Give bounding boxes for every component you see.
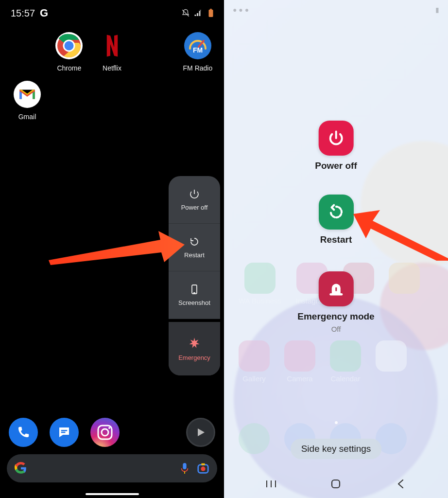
power-icon: [327, 129, 345, 147]
emergency-sub: Off: [331, 325, 341, 333]
app-label: Netflix: [103, 64, 121, 72]
app-label: Gmail: [18, 113, 36, 121]
svg-point-17: [108, 427, 110, 429]
nav-bar: [224, 479, 448, 491]
battery-icon: [207, 9, 215, 18]
netflix-icon: [104, 34, 120, 58]
svg-rect-24: [335, 287, 337, 291]
power-off-button[interactable]: Power off: [169, 176, 220, 224]
app-label: Chrome: [57, 64, 81, 72]
svg-point-21: [201, 466, 205, 471]
svg-rect-22: [201, 463, 205, 465]
screenshot-icon: [189, 284, 200, 295]
samsung-power-menu-right: WA Business Instagram Gallery Camera Cal…: [224, 0, 448, 498]
nav-indicator[interactable]: [86, 493, 139, 495]
signal-icon: x: [194, 9, 203, 18]
app-label: FM Radio: [183, 64, 213, 72]
restart-icon: [327, 203, 345, 221]
app-netflix[interactable]: Netflix: [90, 32, 133, 72]
phone-app[interactable]: [9, 418, 38, 447]
svg-rect-1: [209, 10, 213, 17]
restart-button[interactable]: Restart: [319, 195, 354, 245]
restart-icon: [189, 236, 200, 248]
svg-rect-2: [210, 9, 212, 10]
messages-icon: [57, 425, 71, 440]
screenshot-button[interactable]: Screenshot: [169, 271, 220, 319]
instagram-app[interactable]: [90, 418, 120, 447]
status-time: 15:57: [11, 8, 35, 19]
restart-button[interactable]: Restart: [169, 224, 220, 271]
dock: [0, 418, 224, 447]
emergency-button[interactable]: Emergency: [169, 319, 220, 375]
app-chrome[interactable]: Chrome: [48, 32, 90, 72]
phone-icon: [16, 425, 31, 440]
emergency-asterisk-icon: [188, 337, 201, 350]
nav-back[interactable]: [389, 479, 413, 491]
fmradio-icon: FM: [184, 32, 211, 59]
page-indicator: [335, 421, 338, 424]
messages-app[interactable]: [50, 418, 79, 447]
power-label: Screenshot: [178, 299, 210, 306]
search-bar[interactable]: [7, 454, 217, 482]
emergency-icon: [327, 280, 345, 298]
nav-home[interactable]: [324, 479, 348, 491]
instagram-icon: [90, 418, 120, 447]
app-fmradio[interactable]: FM FM Radio: [176, 32, 219, 72]
power-icon: [189, 188, 200, 200]
nav-recents[interactable]: [259, 480, 283, 490]
dnd-off-icon: [181, 9, 190, 18]
app-row-1: Chrome Netflix FM: [0, 22, 224, 72]
svg-rect-18: [183, 463, 186, 469]
gmail-icon: [18, 87, 36, 102]
drawer-button[interactable]: [186, 418, 215, 447]
power-menu: Power off Restart Screenshot Emergency: [169, 176, 220, 375]
power-label: Restart: [320, 234, 352, 245]
power-label: Emergency mode: [297, 311, 374, 322]
svg-text:x: x: [200, 9, 201, 12]
svg-text:FM: FM: [193, 46, 203, 54]
power-label: Power off: [315, 160, 357, 171]
lens-icon[interactable]: [197, 462, 209, 475]
statusbar-right: ● ● ●▮: [224, 6, 448, 14]
emergency-mode-button[interactable]: Emergency mode Off: [297, 271, 374, 333]
statusbar: 15:57 G x: [0, 0, 224, 22]
google-g-icon: G: [40, 7, 48, 19]
svg-point-14: [90, 418, 120, 447]
side-key-settings-button[interactable]: Side key settings: [291, 439, 382, 459]
power-label: Power off: [181, 204, 208, 211]
power-label: Emergency: [178, 354, 210, 361]
play-icon: [195, 427, 207, 438]
svg-marker-11: [49, 231, 185, 265]
app-row-2: Gmail: [0, 72, 224, 121]
chrome-icon: [55, 32, 83, 59]
power-label: Restart: [184, 251, 205, 259]
app-gmail[interactable]: Gmail: [3, 81, 52, 121]
google-icon: [15, 462, 27, 475]
power-off-button[interactable]: Power off: [315, 121, 357, 171]
android-home-left: 15:57 G x: [0, 0, 224, 498]
mic-icon[interactable]: [179, 462, 190, 475]
annotation-arrow-icon: [49, 231, 185, 265]
svg-rect-29: [332, 480, 340, 488]
svg-rect-23: [329, 293, 343, 296]
